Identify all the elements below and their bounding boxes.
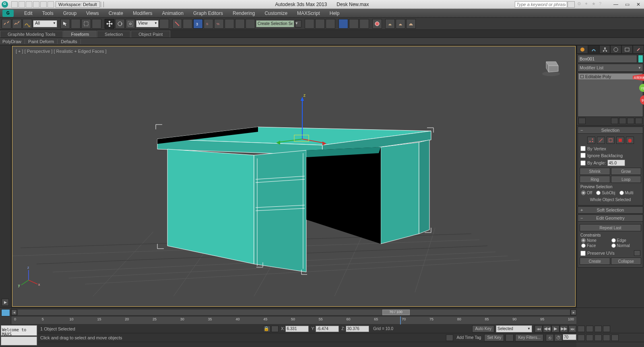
ribbon-sub-defaults[interactable]: Defaults bbox=[61, 39, 80, 44]
cmd-tab-motion-icon[interactable] bbox=[610, 45, 621, 54]
coord-z-input[interactable]: 30.376 bbox=[346, 326, 369, 332]
time-slider-track[interactable]: 70 / 100 bbox=[18, 310, 570, 315]
maximize-button[interactable]: ▭ bbox=[621, 1, 633, 8]
named-selection-input[interactable] bbox=[256, 20, 294, 27]
menu-tools[interactable]: Tools bbox=[37, 10, 58, 16]
accelerator-badge[interactable]: 点我加速 75 97 bbox=[633, 73, 644, 110]
subobj-edge-icon[interactable] bbox=[597, 137, 605, 144]
absolute-relative-icon[interactable] bbox=[271, 326, 279, 332]
time-slider-handle[interactable]: 70 / 100 bbox=[382, 310, 410, 315]
workspace-dropdown-icon[interactable] bbox=[101, 2, 104, 7]
qat-new-icon[interactable] bbox=[11, 1, 18, 8]
play-icon[interactable]: ▶ bbox=[551, 325, 559, 332]
goto-end-icon[interactable]: ⏭ bbox=[568, 325, 576, 332]
menu-animation[interactable]: Animation bbox=[157, 10, 188, 16]
maxscript-mini-listener[interactable]: Welcome to MAXS bbox=[1, 325, 37, 336]
add-time-tag-button[interactable]: Add Time Tag bbox=[456, 335, 481, 340]
cmd-tab-modify-icon[interactable] bbox=[588, 45, 599, 54]
mirror-icon[interactable] bbox=[305, 19, 314, 29]
select-manipulate-icon[interactable] bbox=[172, 19, 182, 29]
ref-coord-dropdown[interactable]: View bbox=[136, 20, 159, 27]
maximize-viewport-icon[interactable] bbox=[611, 335, 619, 341]
schematic-view-icon[interactable] bbox=[359, 19, 369, 29]
fov-icon[interactable] bbox=[586, 335, 593, 341]
select-and-move-icon[interactable] bbox=[105, 19, 114, 29]
preview-off-radio[interactable] bbox=[581, 191, 586, 195]
zoom-extents-icon[interactable] bbox=[578, 335, 585, 341]
timeline-ruler[interactable]: 0510152025303540455055606570758085909510… bbox=[11, 316, 576, 324]
zoom-all-icon[interactable] bbox=[603, 326, 610, 332]
select-object-icon[interactable] bbox=[60, 19, 70, 29]
remove-modifier-icon[interactable] bbox=[627, 118, 634, 124]
spinner-snap-icon[interactable] bbox=[225, 19, 234, 29]
subobj-border-icon[interactable] bbox=[607, 137, 615, 144]
cmd-tab-display-icon[interactable] bbox=[621, 45, 633, 54]
curve-editor-icon[interactable] bbox=[349, 19, 359, 29]
search-go-button[interactable] bbox=[568, 1, 575, 8]
key-mode-toggle-icon[interactable]: ⎋ bbox=[546, 334, 554, 341]
goto-start-icon[interactable]: ⏮ bbox=[535, 325, 543, 332]
search-input[interactable] bbox=[515, 1, 567, 8]
select-by-name-icon[interactable] bbox=[71, 19, 80, 29]
subobj-vertex-icon[interactable] bbox=[587, 137, 595, 144]
bind-spacewarp-icon[interactable] bbox=[23, 19, 32, 29]
graphite-toggle-icon[interactable] bbox=[339, 19, 348, 29]
ribbon-sub-paintdeform[interactable]: Paint Deform bbox=[28, 39, 58, 44]
coord-y-input[interactable]: -6.474 bbox=[316, 326, 339, 332]
workspace-selector[interactable]: Workspace: Default bbox=[56, 1, 100, 8]
snaps-3d-icon[interactable]: 3 bbox=[193, 19, 203, 29]
menu-graph-editors[interactable]: Graph Editors bbox=[188, 10, 228, 16]
rollout-selection-header[interactable]: −Selection bbox=[578, 127, 643, 134]
minimize-button[interactable]: — bbox=[610, 1, 621, 8]
angle-snap-icon[interactable]: S bbox=[204, 19, 213, 29]
exchange-icon[interactable]: ✦ bbox=[584, 1, 591, 8]
constraint-edge-radio[interactable] bbox=[611, 238, 616, 243]
next-frame-icon[interactable]: ▶▶ bbox=[560, 325, 568, 332]
ribbon-sub-polydraw[interactable]: PolyDraw bbox=[2, 39, 25, 44]
preview-subobj-radio[interactable] bbox=[596, 191, 601, 195]
ribbon-tab-graphite[interactable]: Graphite Modeling Tools bbox=[0, 31, 63, 37]
menu-views[interactable]: Views bbox=[81, 10, 104, 16]
selection-lock-toggle-icon[interactable] bbox=[586, 326, 593, 332]
ribbon-tab-object-paint[interactable]: Object Paint bbox=[131, 31, 170, 37]
help-icon[interactable]: ? bbox=[599, 1, 605, 8]
qat-open-icon[interactable] bbox=[19, 1, 25, 8]
repeat-last-button[interactable]: Repeat Last bbox=[580, 224, 641, 231]
subobj-element-icon[interactable] bbox=[626, 137, 634, 144]
set-key-button[interactable]: Set Key bbox=[484, 334, 504, 341]
pin-stack-icon[interactable] bbox=[578, 118, 586, 124]
material-editor-icon[interactable] bbox=[372, 19, 382, 29]
set-key-mode-icon[interactable] bbox=[1, 309, 10, 316]
use-pivot-center-icon[interactable] bbox=[159, 19, 169, 29]
modifier-list-dropdown[interactable]: Modifier List bbox=[578, 64, 643, 72]
keyboard-shortcut-override-icon[interactable] bbox=[183, 19, 192, 29]
isolate-selection-icon[interactable] bbox=[578, 326, 585, 332]
rollout-soft-selection-header[interactable]: +Soft Selection bbox=[578, 206, 643, 214]
link-icon[interactable] bbox=[2, 19, 11, 29]
percent-snap-icon[interactable]: % bbox=[214, 19, 224, 29]
selection-filter-dropdown[interactable]: All bbox=[33, 20, 57, 27]
menu-edit[interactable]: Edit bbox=[19, 10, 37, 16]
constraint-face-radio[interactable] bbox=[581, 243, 586, 248]
current-frame-marker[interactable] bbox=[400, 316, 401, 324]
menu-help[interactable]: Help bbox=[325, 10, 345, 16]
menu-maxscript[interactable]: MAXScript bbox=[292, 10, 325, 16]
ribbon-tab-selection[interactable]: Selection bbox=[97, 31, 130, 37]
by-vertex-checkbox[interactable] bbox=[580, 146, 586, 151]
select-and-scale-icon[interactable] bbox=[126, 19, 135, 29]
pan-icon[interactable] bbox=[594, 335, 602, 341]
edit-named-sel-icon[interactable] bbox=[235, 19, 245, 29]
maxscript-input[interactable] bbox=[1, 337, 37, 345]
preview-multi-radio[interactable] bbox=[619, 191, 624, 195]
menu-group[interactable]: Group bbox=[58, 10, 81, 16]
expand-trackbar-button[interactable]: ▶ bbox=[2, 299, 9, 306]
qat-redo-icon[interactable] bbox=[40, 1, 47, 8]
viewcube[interactable] bbox=[539, 54, 563, 79]
close-button[interactable]: ✕ bbox=[633, 1, 644, 8]
current-frame-input[interactable] bbox=[563, 334, 576, 340]
application-menu-button[interactable]: G bbox=[2, 10, 14, 17]
shrink-button[interactable]: Shrink bbox=[580, 168, 610, 175]
configure-sets-icon[interactable] bbox=[635, 118, 642, 124]
render-setup-icon[interactable] bbox=[385, 19, 395, 29]
collapse-button[interactable]: Collapse bbox=[611, 258, 642, 265]
